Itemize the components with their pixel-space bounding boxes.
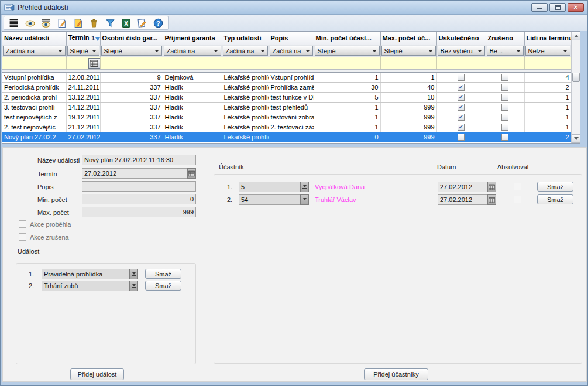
column-header-zruseno[interactable]: Zrušeno: [486, 32, 524, 45]
delete-button[interactable]: [87, 17, 101, 29]
calendar-button[interactable]: [88, 58, 101, 69]
search-cell-lidi[interactable]: [524, 57, 571, 69]
participant-dropdown-button-1[interactable]: [300, 182, 309, 192]
dropdown-arrow-icon: [428, 50, 433, 52]
scroll-down-button[interactable]: [572, 134, 580, 143]
delete-participant-button-1[interactable]: Smaž: [537, 182, 573, 192]
cell-osobni-cislo: 337: [100, 122, 163, 132]
event-dropdown-2[interactable]: Trhání zubů: [42, 281, 129, 291]
checkbox-uskutecneno: ✓: [458, 94, 465, 101]
filter-osobni-cislo[interactable]: Stejné: [101, 46, 162, 56]
cell-typ: Lékařské prohlídk: [222, 92, 269, 102]
search-cell-osobni-cislo[interactable]: [100, 57, 163, 69]
cell-prijmeni: Hladík: [163, 82, 222, 92]
table-row-selected[interactable]: Nový plán 27.02.2 27.02.2012 337 Hladík …: [2, 132, 571, 142]
nazev-udalosti-field[interactable]: Nový plán 27.02.2012 11:16:30: [82, 155, 196, 165]
filter-uskutecneno[interactable]: Bez výběru: [438, 46, 485, 56]
new-record-button[interactable]: [55, 17, 69, 29]
help-button[interactable]: ?: [151, 17, 165, 29]
participant-calendar-button-2[interactable]: [487, 194, 496, 205]
export-excel-button[interactable]: X: [119, 17, 133, 29]
participant-code-dropdown-1[interactable]: 5: [239, 182, 300, 192]
filter-min[interactable]: Stejné: [315, 46, 380, 56]
min-pocet-field[interactable]: 0: [82, 194, 196, 204]
table-row[interactable]: Vstupní prohlídka 12.08.2011 9 Dejmková …: [2, 72, 571, 82]
delete-participant-button-2[interactable]: Smaž: [537, 194, 573, 204]
delete-event-button-2[interactable]: Smaž: [145, 281, 181, 291]
event-dropdown-button-1[interactable]: [129, 269, 138, 279]
table-row[interactable]: Periodická prohlídk 24.11.2011 337 Hladí…: [2, 82, 571, 92]
participant-date-field-2[interactable]: 27.02.2012: [438, 194, 487, 205]
table-row[interactable]: test nejnovějších z 19.12.2011 337 Hladí…: [2, 112, 571, 122]
cell-prijmeni: Hladík: [163, 92, 222, 102]
add-event-button[interactable]: Přidej událost: [70, 368, 124, 380]
dropdown-arrow-icon: [154, 50, 159, 52]
cell-termin: 27.02.2012: [66, 132, 100, 142]
close-button[interactable]: ✕: [568, 3, 584, 12]
edit-record-button[interactable]: [71, 17, 85, 29]
edit-form-button[interactable]: [135, 17, 149, 29]
filter-typ[interactable]: Začíná na: [223, 46, 268, 56]
column-header-typ[interactable]: Typ události: [222, 32, 269, 45]
participant-date-field-1[interactable]: 27.02.2012: [438, 182, 487, 192]
column-header-popis[interactable]: Popis: [269, 32, 314, 45]
restore-button[interactable]: [549, 3, 566, 12]
filter-prijmeni[interactable]: Začíná na: [164, 46, 221, 56]
add-participants-button[interactable]: Přidej účastníky: [364, 368, 428, 380]
search-cell-prijmeni[interactable]: [163, 57, 222, 69]
search-cell-max[interactable]: [380, 57, 436, 69]
filter-lidi[interactable]: Nelze: [525, 46, 570, 56]
cell-popis: 2. testovací zázna: [269, 122, 314, 132]
cell-lidi: 2: [524, 82, 571, 92]
view-columns-button[interactable]: [39, 17, 53, 29]
cell-termin: 14.12.2011: [66, 102, 100, 112]
column-header-termin[interactable]: Termín1: [66, 32, 100, 45]
filter-popis[interactable]: Začíná na: [270, 46, 313, 56]
absolvoval-label: Absolvoval: [497, 163, 528, 170]
column-header-max[interactable]: Max. počet úč...: [380, 32, 436, 45]
termin-field[interactable]: 27.02.2012: [82, 168, 187, 179]
min-pocet-label: Min. počet: [37, 196, 67, 203]
cell-lidi: 4: [524, 72, 571, 82]
participant-calendar-button-1[interactable]: [487, 182, 496, 192]
rows-list-button[interactable]: [7, 17, 21, 29]
filter-max[interactable]: Stejné: [381, 46, 436, 56]
view-button[interactable]: [23, 17, 37, 29]
delete-event-button-1[interactable]: Smaž: [145, 269, 181, 279]
filter-button[interactable]: [103, 17, 117, 29]
column-header-lidi[interactable]: Lidí na termínu: [524, 32, 571, 45]
search-cell-popis[interactable]: [269, 57, 314, 69]
table-row[interactable]: 3. testovací prohlí 14.12.2011 337 Hladí…: [2, 102, 571, 112]
column-header-nazev[interactable]: Název události: [2, 32, 66, 45]
max-pocet-field[interactable]: 999: [82, 207, 196, 217]
page-title: Přehled událostí: [18, 4, 68, 12]
filter-zruseno[interactable]: Be...: [487, 46, 524, 56]
cell-popis: testování zobraze: [269, 112, 314, 122]
search-cell-typ[interactable]: [222, 57, 269, 69]
search-cell-uskutecneno[interactable]: [436, 57, 486, 69]
termin-calendar-button[interactable]: [187, 168, 196, 179]
search-cell-nazev[interactable]: [2, 57, 66, 69]
event-dropdown-button-2[interactable]: [129, 281, 138, 291]
scroll-up-button[interactable]: [572, 32, 580, 40]
scrollbar-thumb[interactable]: [572, 73, 580, 82]
search-cell-zruseno[interactable]: [486, 57, 524, 69]
search-cell-min[interactable]: [314, 57, 380, 69]
column-header-prijmeni[interactable]: Příjmení garanta: [163, 32, 222, 45]
participant-dropdown-button-2[interactable]: [300, 194, 309, 205]
vertical-scrollbar[interactable]: [571, 32, 580, 143]
popis-field[interactable]: [82, 181, 196, 192]
search-cell-termin[interactable]: [66, 57, 100, 69]
table-row[interactable]: 2. periodická prohl 13.12.2011 337 Hladí…: [2, 92, 571, 102]
participant-code-dropdown-2[interactable]: 54: [239, 194, 300, 205]
dropdown-open-icon: [302, 185, 307, 189]
filter-termin[interactable]: Stejné: [67, 46, 99, 56]
column-header-osobni-cislo[interactable]: Osobní číslo gar...: [100, 32, 163, 45]
table-row[interactable]: 2. test nejnovějšíc 21.12.2011 337 Hladí…: [2, 122, 571, 132]
checkbox-uskutecneno: [458, 74, 465, 81]
minimize-button[interactable]: [531, 3, 548, 12]
column-header-uskutecneno[interactable]: Uskutečněno: [436, 32, 486, 45]
event-dropdown-1[interactable]: Pravidelná prohlídka: [42, 269, 129, 279]
filter-nazev[interactable]: Začíná na: [3, 46, 66, 56]
column-header-min[interactable]: Min. počet účast...: [314, 32, 380, 45]
